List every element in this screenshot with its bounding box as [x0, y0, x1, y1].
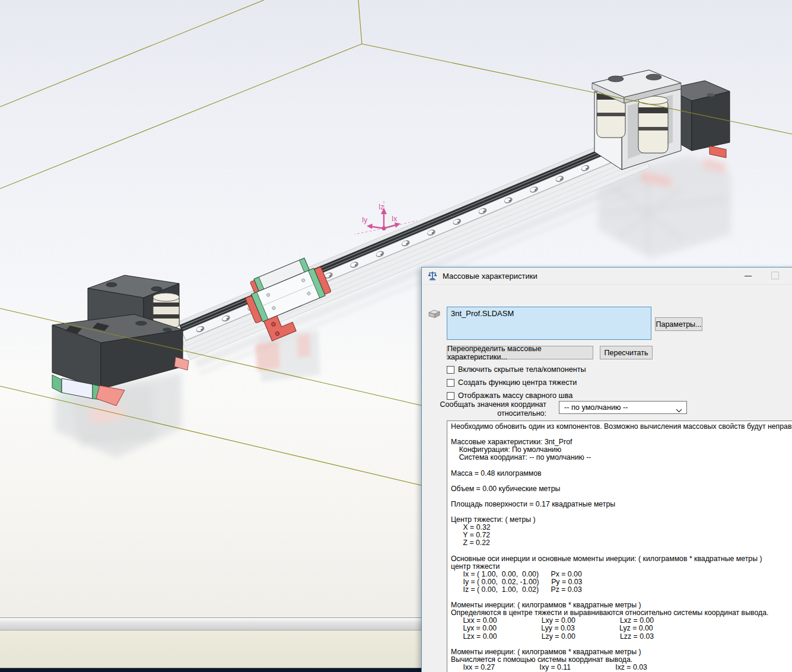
report-line — [451, 641, 792, 648]
assembly-part-icon — [427, 308, 441, 321]
application-window: Iz Ix Iy Массовые характеристики — — [0, 0, 792, 672]
report-line: Ix = ( 1.00, 0.00, 0.00) Px = 0.00 — [451, 571, 792, 578]
coordinate-system-select[interactable]: -- по умолчанию -- — [559, 401, 687, 414]
report-line — [451, 493, 792, 501]
mass-scale-icon — [427, 270, 438, 281]
report-line: Необходимо обновить один из компонентов.… — [451, 423, 792, 431]
report-line: Lyx = 0.00 Lyy = 0.03 Lyz = 0.00 — [451, 625, 792, 632]
report-line: Iz = ( 0.00, 1.00, 0.02) Pz = 0.03 — [451, 586, 792, 594]
coordinate-values-label: Сообщать значения координат относительно… — [438, 400, 546, 418]
report-line: Площадь поверхности = 0.17 квадратные ме… — [451, 501, 792, 508]
checkbox-weld-bead-mass[interactable] — [447, 392, 454, 400]
report-line: Z = 0.22 — [451, 539, 792, 547]
dialog-titlebar[interactable]: Массовые характеристики — — [422, 267, 792, 285]
checkbox-create-com-feature-label: Создать функцию центра тяжести — [458, 378, 577, 387]
report-line: центр тяжести — [451, 563, 792, 571]
checkbox-row-hidden-bodies[interactable]: Включить скрытые тела/компоненты — [447, 365, 586, 374]
carriage-reflection — [255, 330, 320, 382]
report-line — [451, 477, 792, 485]
triad-x-label: Ix — [392, 215, 397, 223]
minimize-button[interactable]: — — [739, 268, 757, 283]
override-mass-properties-button[interactable]: Переопределить массовые характеристики..… — [447, 346, 593, 359]
coordinate-values-label-line1: Сообщать значения координат — [438, 400, 546, 409]
triad-y-label: Iy — [362, 216, 367, 224]
report-line: Lzx = 0.00 Lzy = 0.00 Lzz = 0.03 — [451, 633, 792, 641]
report-line: Y = 0.72 — [451, 531, 792, 539]
chevron-down-icon — [676, 406, 682, 414]
maximize-icon — [771, 272, 779, 279]
checkbox-row-weld-bead-mass[interactable]: Отображать массу сварного шва — [447, 391, 572, 400]
mass-properties-report[interactable]: Необходимо обновить один из компонентов.… — [447, 421, 792, 672]
selected-document-field[interactable]: 3nt_Prof.SLDASM — [447, 307, 651, 340]
report-line: Основные оси инерции и основные моменты … — [451, 555, 792, 563]
triad-z-label: Iz — [378, 203, 384, 211]
dialog-body: 3nt_Prof.SLDASM Параметры... Переопредел… — [422, 285, 792, 672]
report-line — [451, 547, 792, 555]
report-line: X = 0.32 — [451, 524, 792, 531]
checkbox-hidden-bodies[interactable] — [447, 366, 454, 374]
checkbox-create-com-feature[interactable] — [447, 379, 454, 387]
right-end-assembly-model[interactable] — [592, 70, 730, 170]
report-line: Объем = 0.00 кубические метры — [451, 485, 792, 493]
checkbox-row-create-com-feature[interactable]: Создать функцию центра тяжести — [447, 378, 577, 387]
report-line — [451, 461, 792, 469]
report-line: Iy = ( 0.00, 0.02, -1.00) Py = 0.03 — [451, 578, 792, 586]
parameters-button[interactable]: Параметры... — [655, 317, 702, 331]
maximize-button[interactable] — [766, 268, 784, 283]
checkbox-weld-bead-mass-label: Отображать массу сварного шва — [458, 391, 572, 400]
report-line: Система координат: -- по умолчанию -- — [451, 454, 792, 461]
recalculate-button[interactable]: Пересчитать — [600, 346, 653, 359]
report-line: Масса = 0.48 килограммов — [451, 470, 792, 477]
report-line: Центр тяжести: ( метры ) — [451, 516, 792, 524]
dialog-title: Массовые характеристики — [443, 272, 537, 281]
report-line: Вычисляется с помощью системы координат … — [451, 656, 792, 664]
mass-properties-dialog: Массовые характеристики — 3nt_Prof.SLDAS… — [421, 267, 792, 672]
coordinate-values-label-line2: относительно: — [438, 409, 546, 418]
report-line: Моменты инерции: ( килограммов * квадрат… — [451, 648, 792, 656]
checkbox-hidden-bodies-label: Включить скрытые тела/компоненты — [458, 365, 586, 374]
coordinate-system-selected-value: -- по умолчанию -- — [564, 403, 628, 412]
